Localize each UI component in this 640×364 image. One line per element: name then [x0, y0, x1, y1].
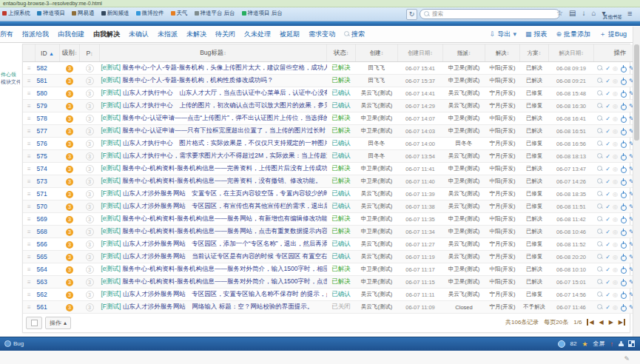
- row-handle-icon[interactable]: ≡: [27, 90, 31, 97]
- resolve-icon[interactable]: ◎: [613, 103, 618, 109]
- confirm-icon[interactable]: ✓: [605, 266, 610, 273]
- confirm-icon[interactable]: ✓: [605, 254, 610, 260]
- view-icon[interactable]: [597, 65, 603, 71]
- first-page-button[interactable]: ◀: [587, 319, 593, 326]
- zoom-level-label[interactable]: 82: [570, 340, 577, 347]
- row-handle-icon[interactable]: ≡: [27, 241, 31, 248]
- row-handle-icon[interactable]: ≡: [27, 128, 31, 135]
- globe-icon[interactable]: [558, 340, 565, 348]
- resolve-icon[interactable]: ◎: [613, 279, 618, 286]
- close-bug-icon[interactable]: [620, 254, 627, 260]
- edit-pencil-icon[interactable]: ✎: [624, 355, 630, 363]
- close-bug-icon[interactable]: [620, 279, 627, 286]
- bug-id-link[interactable]: 563: [37, 278, 47, 286]
- view-icon[interactable]: [597, 266, 603, 272]
- confirm-icon[interactable]: ✓: [605, 279, 610, 286]
- table-row[interactable]: ≡ 571 3 3 [F测试] 山东人才涉外服务网站 安置专区，在主页内容较空荡…: [23, 188, 640, 200]
- filter-tab[interactable]: 指派给我: [18, 30, 53, 39]
- table-row[interactable]: ≡ 581 3 3 [e测试] 服务中心-个人-专题-服务机构，机构性质修改成功…: [23, 75, 640, 87]
- bug-title-link[interactable]: 服务中心-机构资料-服务机构信息——服务网站，点击有重复数据提示内容，人员的对应…: [122, 227, 326, 235]
- table-row[interactable]: ≡ 577 3 3 [e测试] 服务中心-认证申请——只有下拉框宽度超出位置了，…: [23, 125, 640, 138]
- table-row[interactable]: ≡ 564 3 3 [e测试] 服务中心-机构资料-服务机构信息——服务对外简介…: [23, 263, 640, 276]
- row-handle-icon[interactable]: ≡: [27, 141, 31, 147]
- close-bug-icon[interactable]: [620, 90, 627, 97]
- resolve-icon[interactable]: ◎: [613, 178, 618, 185]
- resolve-icon[interactable]: ◎: [613, 115, 618, 122]
- view-icon[interactable]: [597, 78, 603, 84]
- confirm-icon[interactable]: ✓: [605, 90, 610, 97]
- bug-id-link[interactable]: 574: [37, 165, 47, 172]
- resolve-icon[interactable]: ◎: [613, 254, 618, 260]
- row-handle-icon[interactable]: ≡: [27, 103, 31, 109]
- row-handle-icon[interactable]: ≡: [27, 291, 31, 298]
- view-icon[interactable]: [597, 141, 603, 146]
- table-row[interactable]: ≡ 569 3 3 [e测试] 服务中心-机构资料-服务机构信息——服务网站，有…: [23, 213, 640, 226]
- bookmark-item[interactable]: 网易通: [72, 10, 95, 17]
- bookmark-item[interactable]: 新闻频道: [101, 10, 129, 17]
- close-bug-icon[interactable]: [620, 191, 627, 198]
- browser-search-box[interactable]: 搜索: [420, 9, 560, 19]
- header-opened-by[interactable]: 创建↕: [356, 44, 398, 62]
- close-bug-icon[interactable]: [620, 216, 627, 223]
- bug-id-link[interactable]: 565: [37, 253, 47, 260]
- row-handle-icon[interactable]: ≡: [27, 279, 31, 286]
- bug-title-link[interactable]: 服务中心-机构资料-服务机构信息——完善资料，上传图片后没有上传成功提示。: [122, 164, 326, 172]
- close-bug-icon[interactable]: [620, 241, 627, 248]
- scrollbar-thumb[interactable]: [634, 44, 639, 141]
- bookmark-item[interactable]: 微博控件: [136, 10, 164, 17]
- filter-tab[interactable]: 由我解决: [89, 30, 124, 39]
- header-opened-date[interactable]: 创建日期↕: [398, 44, 443, 62]
- confirm-icon[interactable]: ✓: [605, 153, 610, 160]
- table-row[interactable]: ≡ 573 3 3 [e测试] 服务中心-机构资料-服务机构信息——完善资料，没…: [23, 175, 640, 188]
- report-button[interactable]: ▦报表: [525, 30, 548, 39]
- other-bookmarks-label[interactable]: 其他书签: [603, 14, 622, 21]
- view-icon[interactable]: [597, 216, 603, 222]
- close-bug-icon[interactable]: [620, 304, 627, 311]
- resolve-icon[interactable]: ◎: [613, 203, 618, 210]
- close-bug-icon[interactable]: [620, 166, 627, 172]
- home-icon[interactable]: ⌂: [591, 9, 596, 18]
- bookmark-item[interactable]: 禅道项目 后台: [242, 10, 283, 17]
- close-bug-icon[interactable]: [620, 266, 627, 273]
- header-resolution[interactable]: 方案↕: [520, 44, 549, 62]
- last-page-button[interactable]: ▶: [619, 319, 625, 326]
- view-icon[interactable]: [597, 103, 603, 109]
- row-handle-icon[interactable]: ≡: [27, 115, 31, 122]
- confirm-icon[interactable]: ✓: [605, 166, 610, 172]
- close-bug-icon[interactable]: [620, 103, 627, 109]
- table-row[interactable]: ≡ 580 3 3 [F测试] 山东人才执行中心 山东人才大厅，当点击认证中心菜…: [23, 87, 640, 100]
- header-status[interactable]: 状态↕: [327, 44, 356, 62]
- table-row[interactable]: ≡ 562 3 3 [F测试] 山东人才涉外服务网站 专区园区，安置专区输入名称…: [23, 289, 640, 301]
- prev-page-button[interactable]: ◀: [599, 319, 604, 326]
- confirm-icon[interactable]: ✓: [605, 78, 610, 84]
- batch-add-button[interactable]: ⊕批量添加: [556, 30, 590, 39]
- bug-id-link[interactable]: 571: [37, 190, 47, 198]
- view-icon[interactable]: [597, 191, 603, 197]
- view-icon[interactable]: [597, 128, 603, 134]
- arrow-up-icon[interactable]: ↑: [610, 340, 614, 348]
- bug-title-link[interactable]: 山东人才执行中心 图片格式：实际效果是，不仅仅只支持规定的一种图片格式，当上传B…: [123, 139, 327, 146]
- table-row[interactable]: ≡ 566 3 3 [F测试] 山东人才涉外服务网站 专区园区，添加一个“专区名…: [23, 238, 640, 251]
- reload-button[interactable]: ↻: [406, 9, 417, 20]
- close-bug-icon[interactable]: [620, 115, 627, 122]
- bug-title-link[interactable]: 山东人才涉外服务网站 网络输入 标题：空？网站校验的界面提示。: [123, 303, 313, 310]
- confirm-icon[interactable]: ✓: [605, 203, 610, 210]
- resolve-icon[interactable]: ◎: [613, 266, 618, 273]
- per-page-dropdown[interactable]: 每页20条: [544, 318, 568, 326]
- bug-id-link[interactable]: 564: [37, 266, 47, 273]
- filter-tab[interactable]: 久未处理: [240, 30, 275, 39]
- bug-title-link[interactable]: 山东人才执行中心 上传的图片，初次确认点击可以放大图片的效果，参见附件。: [123, 101, 327, 109]
- resolve-icon[interactable]: ◎: [613, 216, 618, 223]
- table-row[interactable]: ≡ 576 3 3 [F测试] 山东人才执行中心 图片格式：实际效果是，不仅仅只…: [23, 138, 640, 150]
- row-handle-icon[interactable]: ≡: [27, 166, 31, 172]
- bug-title-link[interactable]: 服务中心-个人-专题-服务机构，头像上传图片太大，建议留些空格，成功人数少。: [122, 64, 326, 71]
- bug-id-link[interactable]: 578: [37, 115, 47, 122]
- header-priority[interactable]: P↕: [80, 44, 100, 62]
- row-handle-icon[interactable]: ≡: [27, 65, 31, 72]
- close-bug-icon[interactable]: [620, 141, 627, 147]
- confirm-icon[interactable]: ✓: [605, 191, 610, 198]
- view-icon[interactable]: [597, 203, 603, 209]
- table-row[interactable]: ≡ 563 3 3 [e测试] 服务中心-机构资料-服务机构信息——服务对外简介…: [23, 276, 640, 289]
- filter-tab[interactable]: 所有: [0, 30, 18, 39]
- filter-tab[interactable]: 由我创建: [53, 30, 89, 39]
